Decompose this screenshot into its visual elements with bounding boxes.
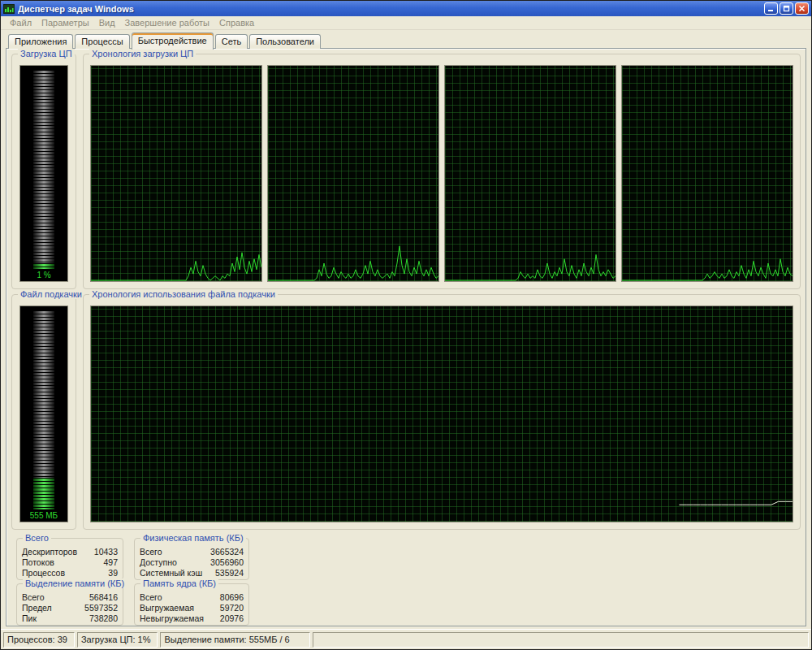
physical-memory-group: Физическая память (КБ) Всего 3665324 Дос…: [134, 538, 249, 580]
stat-value: 738280: [89, 613, 118, 624]
stat-value: 3665324: [210, 547, 244, 557]
stat-row: Всего 568416: [22, 592, 118, 603]
stat-value: 59720: [220, 603, 244, 613]
stat-label: Дескрипторов: [22, 547, 77, 557]
window-title: Диспетчер задач Windows: [18, 4, 762, 14]
cpu-gauge-bar: [33, 70, 54, 269]
menu-help[interactable]: Справка: [214, 17, 259, 28]
stat-row: Потоков 497: [22, 557, 118, 568]
pagefile-group-label: Файл подкачки: [18, 289, 84, 299]
minimize-button[interactable]: [764, 2, 778, 15]
tab-processes[interactable]: Процессы: [75, 34, 129, 49]
pagefile-gauge-unlit: [33, 310, 54, 478]
tab-users[interactable]: Пользователи: [249, 34, 321, 49]
pagefile-history-graph: [90, 306, 793, 522]
pagefile-group: Файл подкачки 555 МБ: [11, 294, 76, 530]
maximize-button[interactable]: [780, 2, 793, 15]
tab-strip: Приложения Процессы Быстродействие Сеть …: [8, 32, 322, 49]
cpu-2-history-graph: [267, 65, 439, 282]
app-icon: [3, 4, 15, 14]
stat-row: Всего 80696: [140, 592, 244, 603]
stat-value: 80696: [220, 592, 244, 603]
status-processes: Процессов: 39: [3, 632, 75, 648]
title-bar: Диспетчер задач Windows: [1, 1, 811, 16]
cpu-usage-value: 1 %: [37, 269, 50, 281]
stat-label: Предел: [22, 603, 52, 613]
pagefile-gauge-lit: [33, 478, 54, 509]
stat-row: Процессов 39: [22, 568, 118, 578]
cpu-3-history-graph: [444, 65, 616, 282]
task-manager-window: Диспетчер задач Windows Файл Параметры В…: [0, 0, 812, 650]
stat-value: 20976: [220, 613, 244, 624]
pagefile-history-panes: [90, 306, 793, 522]
cpu-gauge-lit: [33, 263, 54, 269]
stat-label: Процессов: [22, 568, 65, 578]
totals-group-label: Всего: [23, 533, 51, 543]
pagefile-history-group: Хронология использования файла подкачки: [83, 294, 801, 530]
menu-shutdown[interactable]: Завершение работы: [120, 17, 214, 28]
stat-row: Доступно 3056960: [140, 557, 244, 568]
status-cpu-usage: Загрузка ЦП: 1%: [77, 632, 158, 648]
cpu-history-group-label: Хронология загрузки ЦП: [89, 49, 196, 58]
stat-label: Выгружаемая: [140, 603, 194, 613]
menu-view[interactable]: Вид: [94, 17, 120, 28]
stat-value: 497: [103, 557, 118, 568]
pagefile-gauge: 555 МБ: [19, 306, 68, 522]
stat-label: Всего: [140, 592, 162, 603]
kernel-memory-group: Память ядра (КБ) Всего 80696 Выгружаемая…: [134, 583, 249, 626]
stat-value: 568416: [89, 592, 118, 603]
close-icon: [798, 5, 806, 12]
tab-performance[interactable]: Быстродействие: [132, 32, 214, 50]
tab-applications[interactable]: Приложения: [8, 34, 73, 49]
tab-network[interactable]: Сеть: [215, 34, 248, 49]
cpu-usage-gauge: 1 %: [19, 65, 68, 282]
pagefile-history-group-label: Хронология использования файла подкачки: [89, 289, 278, 299]
physical-memory-group-label: Физическая память (КБ): [140, 533, 246, 543]
cpu-gauge-unlit: [33, 70, 54, 263]
stat-label: Всего: [22, 592, 45, 603]
status-filler: [313, 632, 809, 648]
cpu-usage-group: Загрузка ЦП 1 %: [11, 54, 76, 289]
stat-row: Пик 738280: [22, 613, 118, 624]
stat-value: 3056960: [210, 557, 244, 568]
cpu-history-panes: [90, 65, 793, 282]
menu-bar: Файл Параметры Вид Завершение работы Спр…: [1, 16, 811, 30]
performance-tab-page: Загрузка ЦП 1 % Хронология загрузки ЦП Ф…: [6, 48, 806, 626]
totals-group: Всего Дескрипторов 10433 Потоков 497 Про…: [16, 538, 123, 580]
stat-row: Невыгружаемая 20976: [140, 613, 244, 624]
status-bar: Процессов: 39 Загрузка ЦП: 1% Выделение …: [1, 629, 811, 649]
commit-charge-group: Выделение памяти (КБ) Всего 568416 Преде…: [16, 583, 123, 626]
stat-label: Невыгружаемая: [140, 613, 204, 624]
close-button[interactable]: [795, 2, 809, 15]
status-commit-charge: Выделение памяти: 555МБ / 6: [160, 632, 310, 648]
stat-label: Пик: [22, 613, 37, 624]
stat-row: Выгружаемая 59720: [140, 603, 244, 613]
stat-label: Потоков: [22, 557, 54, 568]
stat-value: 535924: [215, 568, 244, 578]
menu-options[interactable]: Параметры: [37, 17, 94, 28]
pagefile-usage-value: 555 МБ: [30, 509, 58, 522]
cpu-usage-group-label: Загрузка ЦП: [18, 49, 75, 58]
stat-row: Дескрипторов 10433: [22, 547, 118, 557]
minimize-icon: [767, 5, 775, 12]
stat-label: Всего: [140, 547, 162, 557]
stat-label: Доступно: [140, 557, 177, 568]
maximize-icon: [783, 5, 790, 12]
stat-row: Предел 5597352: [22, 603, 118, 613]
stat-value: 39: [108, 568, 118, 578]
cpu-history-group: Хронология загрузки ЦП: [83, 54, 801, 289]
stat-row: Всего 3665324: [140, 547, 244, 557]
kernel-memory-group-label: Память ядра (КБ): [140, 578, 218, 588]
menu-file[interactable]: Файл: [5, 17, 37, 28]
pagefile-gauge-bar: [33, 310, 54, 509]
stat-row: Системный кэш 535924: [140, 568, 244, 578]
stat-value: 10433: [94, 547, 118, 557]
commit-charge-group-label: Выделение памяти (КБ): [23, 578, 127, 588]
stat-value: 5597352: [84, 603, 118, 613]
cpu-1-history-graph: [90, 65, 262, 282]
stat-label: Системный кэш: [140, 568, 202, 578]
cpu-4-history-graph: [621, 65, 793, 282]
